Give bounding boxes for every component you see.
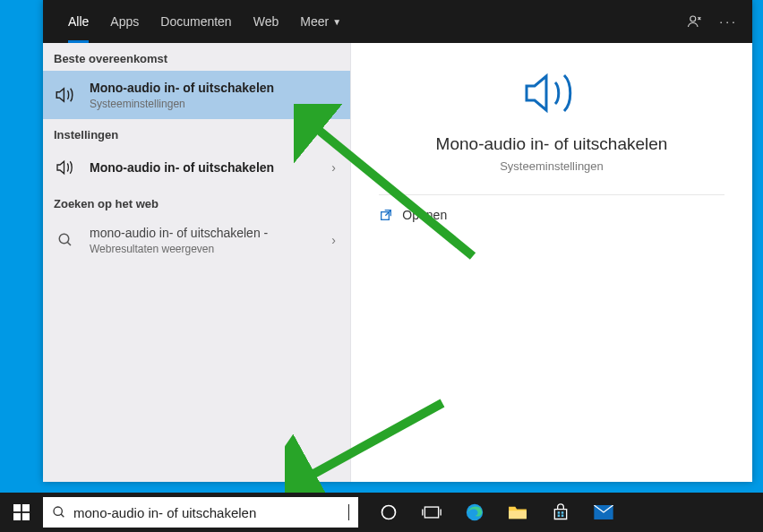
detail-subtitle: Systeeminstellingen xyxy=(500,159,604,173)
tab-more[interactable]: Meer▼ xyxy=(289,0,352,43)
best-match-result[interactable]: Mono-audio in- of uitschakelen Systeemin… xyxy=(43,71,350,119)
svg-rect-15 xyxy=(562,511,564,514)
svg-rect-17 xyxy=(562,515,564,518)
windows-search-panel: Alle Apps Documenten Web Meer▼ ··· Beste… xyxy=(43,0,752,482)
tab-all[interactable]: Alle xyxy=(57,0,99,43)
svg-rect-6 xyxy=(22,504,30,511)
open-icon xyxy=(379,208,393,222)
edge-icon[interactable] xyxy=(453,493,496,532)
results-pane: Beste overeenkomst Mono-audio in- of uit… xyxy=(43,43,351,482)
search-icon xyxy=(54,228,77,252)
svg-rect-5 xyxy=(13,504,21,511)
chevron-right-icon: › xyxy=(331,160,339,175)
svg-point-9 xyxy=(54,507,62,515)
mail-icon[interactable] xyxy=(582,493,625,532)
svg-rect-8 xyxy=(22,513,30,520)
speaker-icon xyxy=(519,68,584,118)
svg-point-1 xyxy=(59,235,69,245)
best-match-title: Mono-audio in- of uitschakelen xyxy=(90,80,339,96)
web-result[interactable]: mono-audio in- of uitschakelen - Webresu… xyxy=(43,216,350,264)
web-header: Zoeken op het web xyxy=(43,188,350,216)
store-icon[interactable] xyxy=(539,493,582,532)
speaker-icon xyxy=(54,83,77,107)
windows-logo-icon xyxy=(13,504,30,520)
settings-item-title: Mono-audio in- of uitschakelen xyxy=(90,159,319,176)
detail-title: Mono-audio in- of uitschakelen xyxy=(436,134,668,154)
feedback-icon[interactable] xyxy=(687,13,703,30)
search-icon xyxy=(52,505,66,519)
taskbar xyxy=(0,493,763,532)
chevron-right-icon: › xyxy=(331,233,339,247)
svg-rect-7 xyxy=(13,513,21,520)
detail-pane: Mono-audio in- of uitschakelen Systeemin… xyxy=(351,43,752,482)
svg-rect-14 xyxy=(558,511,561,514)
svg-point-10 xyxy=(382,506,396,519)
settings-result[interactable]: Mono-audio in- of uitschakelen › xyxy=(43,147,350,188)
more-options-icon[interactable]: ··· xyxy=(714,14,743,29)
svg-point-0 xyxy=(690,16,696,21)
task-view-icon[interactable] xyxy=(410,493,453,532)
speaker-icon xyxy=(54,156,77,179)
svg-rect-11 xyxy=(424,507,438,518)
search-input[interactable] xyxy=(73,505,348,520)
taskbar-search-box[interactable] xyxy=(43,497,358,528)
start-button[interactable] xyxy=(0,493,43,532)
settings-header: Instellingen xyxy=(43,119,350,147)
tab-web[interactable]: Web xyxy=(243,0,290,43)
web-item-title: mono-audio in- of uitschakelen - xyxy=(90,225,319,241)
search-tabs-bar: Alle Apps Documenten Web Meer▼ ··· xyxy=(43,0,752,43)
tab-documents[interactable]: Documenten xyxy=(150,0,242,43)
svg-rect-16 xyxy=(558,515,561,518)
web-item-sub: Webresultaten weergeven xyxy=(90,243,319,255)
svg-rect-13 xyxy=(509,511,527,519)
file-explorer-icon[interactable] xyxy=(496,493,539,532)
best-match-header: Beste overeenkomst xyxy=(43,43,350,71)
tab-apps[interactable]: Apps xyxy=(99,0,150,43)
open-action[interactable]: Openen xyxy=(379,195,724,235)
cortana-icon[interactable] xyxy=(367,493,410,532)
best-match-sub: Systeeminstellingen xyxy=(90,98,339,110)
